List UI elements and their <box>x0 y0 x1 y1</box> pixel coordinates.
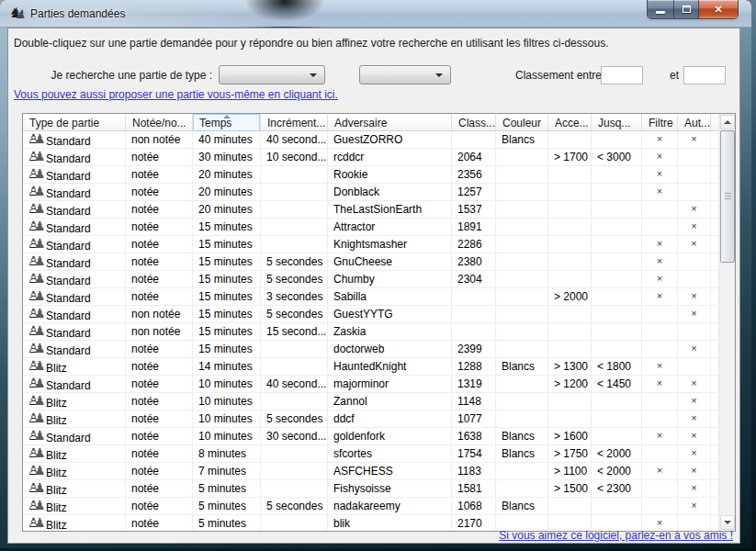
scrollbar-thumb[interactable] <box>720 130 735 263</box>
chess-pawn-icon: ♙♟ <box>28 377 44 391</box>
cell-rating: 2064 <box>452 149 496 165</box>
cell-rating-below <box>592 271 642 287</box>
cell-increment <box>261 480 328 497</box>
column-header-rating[interactable]: Class... <box>452 114 496 131</box>
cell-color: Blancs <box>496 358 548 375</box>
cell-stub <box>711 341 718 357</box>
table-row[interactable]: ♙♟Blitznotée5 minutesFishysoisse1581> 15… <box>23 480 718 498</box>
column-header-rating-above[interactable]: Acce... <box>548 114 592 131</box>
cell-auto-mark: × <box>678 445 711 462</box>
column-header-rating-below[interactable]: Jusq... <box>592 114 642 131</box>
cell-color: Blancs <box>496 445 548 462</box>
column-header-filter-mark[interactable]: Filtre <box>642 114 678 131</box>
cell-color <box>496 376 548 392</box>
chess-pawn-icon: ♙♟ <box>28 482 44 496</box>
title-bar[interactable]: ♞♟ Parties demandées ✕ <box>0 0 751 28</box>
table-row[interactable]: ♙♟Blitznotée14 minutesHauntedKnight1288B… <box>23 358 718 376</box>
table-row[interactable]: ♙♟Blitznotée7 minutesASFCHESS1183> 1100<… <box>23 463 718 480</box>
propose-game-link[interactable]: Vous pouvez aussi proposer une partie vo… <box>14 88 338 101</box>
chess-pawn-icon: ♙♟ <box>28 203 44 217</box>
cell-increment <box>261 463 328 479</box>
cell-filter-mark <box>642 410 678 427</box>
rating-max-input[interactable] <box>683 66 726 84</box>
cell-opponent: Donblack <box>328 184 452 200</box>
cell-stub <box>711 166 718 183</box>
cell-game-type: ♙♟Standard <box>23 131 126 148</box>
cell-time: 8 minutes <box>193 445 261 462</box>
close-button[interactable]: ✕ <box>699 0 738 18</box>
table-row[interactable]: ♙♟Standardnotée15 minutesKnightsmasher22… <box>23 236 718 253</box>
cell-rated-status: notée <box>126 358 193 375</box>
game-type-label: Standard <box>46 327 91 340</box>
cell-game-type: ♙♟Blitz <box>23 445 126 462</box>
column-header-auto-mark[interactable]: Aut... <box>678 114 711 131</box>
column-header-rated-status[interactable]: Notée/no... <box>126 114 193 131</box>
cell-rating-above <box>548 131 592 148</box>
cell-rated-status: notée <box>126 341 193 357</box>
table-row[interactable]: ♙♟Blitznotée5 minutes5 secondesnadakaree… <box>23 498 718 515</box>
column-header-opponent[interactable]: Adversaire <box>328 114 452 131</box>
cell-rating: 2170 <box>452 515 496 531</box>
scroll-up-button[interactable] <box>720 115 735 129</box>
game-type-combobox[interactable] <box>219 65 325 84</box>
cell-time: 15 minutes <box>193 306 261 322</box>
table-row[interactable]: ♙♟Standardnotée10 minutes40 second...maj… <box>23 376 718 393</box>
cell-stub <box>711 219 718 235</box>
cell-increment <box>261 236 328 253</box>
table-row[interactable]: ♙♟Standardnotée15 minutesAttractor1891× <box>23 219 718 236</box>
table-row[interactable]: ♙♟Standardnotée20 minutesTheLastSionEart… <box>23 201 718 219</box>
cell-increment: 10 second... <box>261 149 328 165</box>
cell-opponent: ASFCHESS <box>328 463 452 479</box>
cell-rating: 1319 <box>452 376 496 392</box>
cell-rated-status: notée <box>126 253 193 270</box>
cell-opponent: nadakareemy <box>328 498 452 514</box>
table-row[interactable]: ♙♟Standardnon notée15 minutes15 second..… <box>23 323 718 341</box>
dialog-client-area: Double-cliquez sur une partie demandée p… <box>7 28 740 544</box>
cell-game-type: ♙♟Standard <box>23 288 126 305</box>
tell-friends-link[interactable]: Si vous aimez ce logiciel, parlez-en à v… <box>499 529 733 542</box>
table-row[interactable]: ♙♟Standardnotée30 minutes10 second...rcd… <box>23 149 718 166</box>
time-combobox[interactable] <box>359 65 451 84</box>
cell-auto-mark: × <box>678 498 711 514</box>
column-header-increment[interactable]: Incrément... <box>261 114 328 131</box>
cell-filter-mark <box>642 201 678 218</box>
table-row[interactable]: ♙♟Standardnotée15 minutes5 secondesChumb… <box>23 271 718 288</box>
cell-stub <box>711 323 718 340</box>
scroll-down-button[interactable] <box>720 515 735 530</box>
table-row[interactable]: ♙♟Standardnotée10 minutes30 second...gol… <box>23 428 718 445</box>
game-type-label: Standard <box>46 152 91 165</box>
window-frame: Double-cliquez sur une partie demandée p… <box>0 28 751 548</box>
vertical-scrollbar[interactable] <box>718 114 735 531</box>
cell-rating: 1891 <box>452 219 496 235</box>
table-row[interactable]: ♙♟Standardnon notée15 minutes5 secondesG… <box>23 306 718 323</box>
cell-opponent: Zannol <box>328 393 452 410</box>
table-row[interactable]: ♙♟Standardnotée20 minutesRookie2356× <box>23 166 718 184</box>
maximize-button[interactable] <box>674 0 699 18</box>
cell-auto-mark: × <box>678 428 711 444</box>
table-row[interactable]: ♙♟Standardnotée15 minutes3 secondesSabil… <box>23 288 718 306</box>
column-header-game-type[interactable]: Type de partie <box>23 114 126 131</box>
cell-game-type: ♙♟Standard <box>23 149 126 165</box>
cell-rated-status: non notée <box>126 323 193 340</box>
cell-rating-above <box>548 410 592 427</box>
table-row[interactable]: ♙♟Standardnotée20 minutesDonblack1257× <box>23 184 718 201</box>
cell-rating-above: > 1700 <box>548 149 592 165</box>
column-header-color[interactable]: Couleur <box>496 114 548 131</box>
table-row[interactable]: ♙♟Standardnon notée40 minutes40 second..… <box>23 131 718 149</box>
table-row[interactable]: ♙♟Blitznotée8 minutessfcortes1754Blancs>… <box>23 445 718 463</box>
cell-rating-above <box>548 184 592 200</box>
table-row[interactable]: ♙♟Standardnotée15 minutes5 secondesGnuCh… <box>23 253 718 271</box>
cell-rating-above <box>548 306 592 322</box>
minimize-button[interactable] <box>648 0 674 18</box>
cell-filter-mark: × <box>642 253 678 270</box>
table-row[interactable]: ♙♟Blitznotée10 minutesZannol1148× <box>23 393 718 410</box>
column-header-time[interactable]: Temps <box>193 114 261 131</box>
rating-min-input[interactable] <box>601 66 643 84</box>
table-row[interactable]: ♙♟Blitznotée10 minutes5 secondesddcf1077… <box>23 410 718 428</box>
cell-rated-status: notée <box>126 393 193 410</box>
cell-time: 14 minutes <box>193 358 261 375</box>
cell-rating-below <box>592 341 642 357</box>
cell-stub <box>711 149 718 165</box>
chess-pawn-icon: ♙♟ <box>28 360 44 374</box>
table-row[interactable]: ♙♟Standardnotée15 minutesdoctorweb2399× <box>23 341 718 358</box>
